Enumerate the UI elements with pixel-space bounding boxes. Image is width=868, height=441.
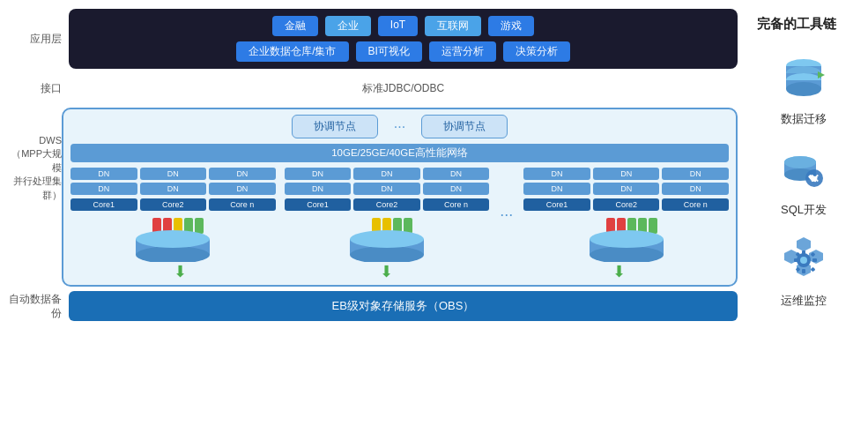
ops-monitor-icon xyxy=(779,235,828,288)
dn-cell: DN xyxy=(423,183,490,195)
dn-cell: DN xyxy=(209,168,276,180)
app-tags-row1: 金融 企业 IoT 互联网 游戏 xyxy=(79,16,727,36)
svg-rect-53 xyxy=(812,258,817,262)
interface-row: 接口 标准JDBC/ODBC xyxy=(7,72,738,104)
dn-cluster-2: DN DN DN DN DN DN Core1 Core2 Core n xyxy=(285,168,490,262)
obs-box: EB级对象存储服务（OBS） xyxy=(69,291,738,321)
svg-rect-21 xyxy=(649,218,657,234)
arrow-down-1: ⬇ xyxy=(174,263,187,280)
core-cell: Core n xyxy=(423,198,490,211)
tag-finance: 金融 xyxy=(272,16,318,36)
obs-row: 自动数据备份 EB级对象存储服务（OBS） xyxy=(7,290,738,322)
sql-dev-icon: ✕ xyxy=(779,145,828,197)
arrow-down-3: ⬇ xyxy=(612,263,626,280)
dn-cell: DN xyxy=(140,183,207,195)
app-tags-row2: 企业数据仓库/集市 BI可视化 运营分析 决策分析 xyxy=(79,41,727,62)
tag-iot: IoT xyxy=(378,16,418,36)
auto-backup-label: 自动数据备份 xyxy=(7,292,62,320)
dn-cell: DN xyxy=(353,168,420,180)
core-cell: Core n xyxy=(209,198,276,211)
core-cell: Core2 xyxy=(593,198,660,211)
tag-internet: 互联网 xyxy=(425,16,481,36)
svg-rect-52 xyxy=(794,258,798,262)
obs-content: EB级对象存储服务（OBS） xyxy=(69,291,738,321)
sql-dev-svg: ✕ xyxy=(779,145,828,194)
dn-cell: DN xyxy=(140,168,207,180)
core-row-2: Core1 Core2 Core n xyxy=(285,198,490,211)
app-layer-box: 金融 企业 IoT 互联网 游戏 企业数据仓库/集市 BI可视化 运营分析 决策… xyxy=(69,9,738,69)
svg-point-16 xyxy=(350,230,424,248)
coord-node-left: 协调节点 xyxy=(292,115,378,138)
svg-rect-51 xyxy=(802,269,805,273)
arrows-row: ⬇ ⬇ ⬇ xyxy=(70,262,729,280)
core-cell: Core1 xyxy=(523,198,590,211)
left-section: 应用层 金融 企业 IoT 互联网 游戏 企业数据仓库/集市 BI可视化 运营分… xyxy=(7,9,738,432)
core-cell: Core2 xyxy=(353,198,420,211)
dn-cell: DN xyxy=(285,183,352,195)
dn-grid-1: DN DN DN DN DN DN xyxy=(70,168,276,195)
disk-svg-1 xyxy=(133,214,212,262)
disk-svg-3 xyxy=(587,214,666,262)
core-cell: Core1 xyxy=(285,198,352,211)
dn-clusters-row: DN DN DN DN DN DN Core1 Core2 Core n xyxy=(70,168,729,262)
tool-data-migration: 数据迁移 xyxy=(779,54,828,127)
dn-cell: DN xyxy=(353,183,420,195)
app-layer-label: 应用层 xyxy=(7,32,62,46)
core-cell: Core1 xyxy=(70,198,137,211)
data-migration-icon xyxy=(779,54,828,106)
svg-point-34 xyxy=(786,82,821,96)
app-layer-content: 金融 企业 IoT 互联网 游戏 企业数据仓库/集市 BI可视化 运营分析 决策… xyxy=(69,9,738,69)
tag-dw: 企业数据仓库/集市 xyxy=(236,41,348,62)
dn-grid-2: DN DN DN DN DN DN xyxy=(285,168,490,195)
tag-bi: BI可视化 xyxy=(356,41,422,62)
jdbc-text: 标准JDBC/ODBC xyxy=(69,79,738,98)
dn-cell: DN xyxy=(70,183,137,195)
svg-point-49 xyxy=(800,257,807,264)
dws-outer-box: 协调节点 ··· 协调节点 10GE/25GE/40GE高性能网络 DN DN xyxy=(62,108,738,287)
dn-cell: DN xyxy=(423,168,490,180)
right-panel-title: 完备的工具链 xyxy=(750,16,836,33)
tool-label-migration: 数据迁移 xyxy=(781,111,827,127)
tool-sql-dev: ✕ SQL开发 xyxy=(779,145,828,218)
core-cell: Core2 xyxy=(140,198,207,211)
tag-ops: 运营分析 xyxy=(429,41,496,62)
core-row-3: Core1 Core2 Core n xyxy=(523,198,729,211)
dn-cluster-1: DN DN DN DN DN DN Core1 Core2 Core n xyxy=(70,168,276,262)
interface-content: 标准JDBC/ODBC xyxy=(69,79,738,98)
dn-cell: DN xyxy=(662,183,729,195)
tag-enterprise: 企业 xyxy=(325,16,371,36)
app-layer-row: 应用层 金融 企业 IoT 互联网 游戏 企业数据仓库/集市 BI可视化 运营分… xyxy=(7,9,738,69)
core-row-1: Core1 Core2 Core n xyxy=(70,198,276,211)
ops-monitor-svg xyxy=(779,235,828,285)
tag-game: 游戏 xyxy=(488,16,534,36)
network-bar: 10GE/25GE/40GE高性能网络 xyxy=(70,144,729,162)
dn-cell: DN xyxy=(523,183,590,195)
svg-point-39 xyxy=(784,156,816,168)
svg-rect-50 xyxy=(802,250,805,255)
dn-cell: DN xyxy=(70,168,137,180)
tag-decision: 决策分析 xyxy=(503,41,570,62)
dws-main-block: 协调节点 ··· 协调节点 10GE/25GE/40GE高性能网络 DN DN xyxy=(62,108,738,287)
coord-dots: ··· xyxy=(385,119,414,135)
dn-cell: DN xyxy=(523,168,590,180)
dn-cell: DN xyxy=(285,168,352,180)
coord-node-right: 协调节点 xyxy=(421,115,508,138)
main-container: 应用层 金融 企业 IoT 互联网 游戏 企业数据仓库/集市 BI可视化 运营分… xyxy=(0,0,868,441)
dws-row: DWS（MPP大规模并行处理集群） 协调节点 ··· 协调节点 10GE/25G… xyxy=(7,108,738,287)
dn-grid-3: DN DN DN DN DN DN xyxy=(523,168,729,195)
svg-point-8 xyxy=(136,230,210,248)
tool-label-sql: SQL开发 xyxy=(781,202,827,218)
dn-cluster-3: DN DN DN DN DN DN Core1 Core2 Core n xyxy=(523,168,729,262)
interface-label: 接口 xyxy=(7,81,62,95)
disk-svg-2 xyxy=(347,214,427,262)
tool-label-ops: 运维监控 xyxy=(781,293,827,309)
coord-row: 协调节点 ··· 协调节点 xyxy=(70,115,729,138)
svg-rect-4 xyxy=(195,218,204,234)
right-section: 完备的工具链 数据迁移 xyxy=(746,9,861,432)
cluster-dots: ··· xyxy=(498,206,515,224)
core-cell: Core n xyxy=(662,198,729,211)
dws-label: DWS（MPP大规模并行处理集群） xyxy=(7,108,62,202)
dn-cell: DN xyxy=(662,168,729,180)
dn-cell: DN xyxy=(593,183,660,195)
svg-rect-55 xyxy=(811,267,816,273)
